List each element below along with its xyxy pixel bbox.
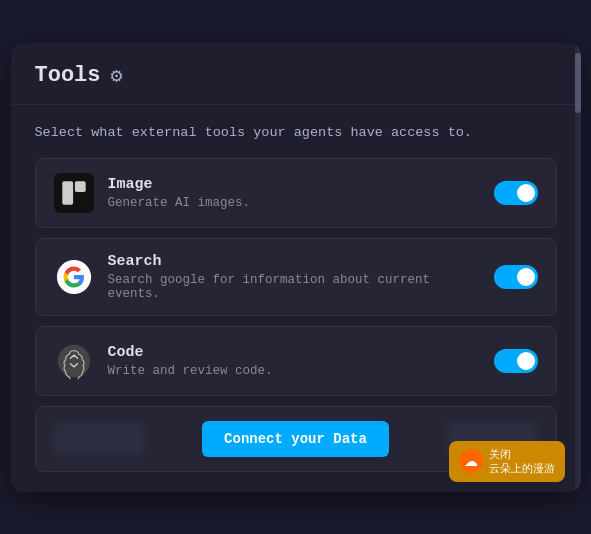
svg-rect-2 <box>74 181 85 192</box>
search-tool-icon <box>54 257 94 297</box>
toggle-search[interactable] <box>494 265 538 289</box>
tool-card-search: Search Search google for information abo… <box>35 238 557 316</box>
page-title: Tools <box>35 63 101 88</box>
tool-name-search: Search <box>108 253 480 270</box>
badge-line1: 关闭 <box>489 447 555 461</box>
tool-card-image: Image Generate AI images. <box>35 158 557 228</box>
scrollbar[interactable] <box>575 43 581 492</box>
tool-info-code: Code Write and review code. <box>108 344 480 378</box>
tool-name-code: Code <box>108 344 480 361</box>
badge-line2: 云朵上的漫游 <box>489 461 555 475</box>
tool-desc-code: Write and review code. <box>108 364 480 378</box>
tool-name-image: Image <box>108 176 480 193</box>
modal-body: Select what external tools your agents h… <box>11 105 581 492</box>
tool-info-search: Search Search google for information abo… <box>108 253 480 301</box>
toggle-code[interactable] <box>494 349 538 373</box>
gear-icon[interactable]: ⚙ <box>111 63 123 88</box>
toggle-image[interactable] <box>494 181 538 205</box>
tool-desc-image: Generate AI images. <box>108 196 480 210</box>
badge-icon: ☁ <box>459 449 483 473</box>
scrollbar-thumb[interactable] <box>575 53 581 113</box>
modal-header: Tools ⚙ <box>11 43 581 105</box>
image-tool-icon <box>54 173 94 213</box>
connect-data-button[interactable]: Connect your Data <box>202 421 389 457</box>
connect-left-blur <box>54 423 144 455</box>
svg-rect-1 <box>62 181 73 204</box>
svg-rect-0 <box>56 175 92 211</box>
modal-container: Tools ⚙ Select what external tools your … <box>11 43 581 492</box>
tool-info-image: Image Generate AI images. <box>108 176 480 210</box>
badge-text: 关闭 云朵上的漫游 <box>489 447 555 476</box>
tool-card-code: Code Write and review code. <box>35 326 557 396</box>
tool-desc-search: Search google for information about curr… <box>108 273 480 301</box>
svg-point-4 <box>57 344 89 376</box>
bottom-badge: ☁ 关闭 云朵上的漫游 <box>449 441 565 482</box>
code-tool-icon <box>54 341 94 381</box>
description-text: Select what external tools your agents h… <box>35 125 557 140</box>
